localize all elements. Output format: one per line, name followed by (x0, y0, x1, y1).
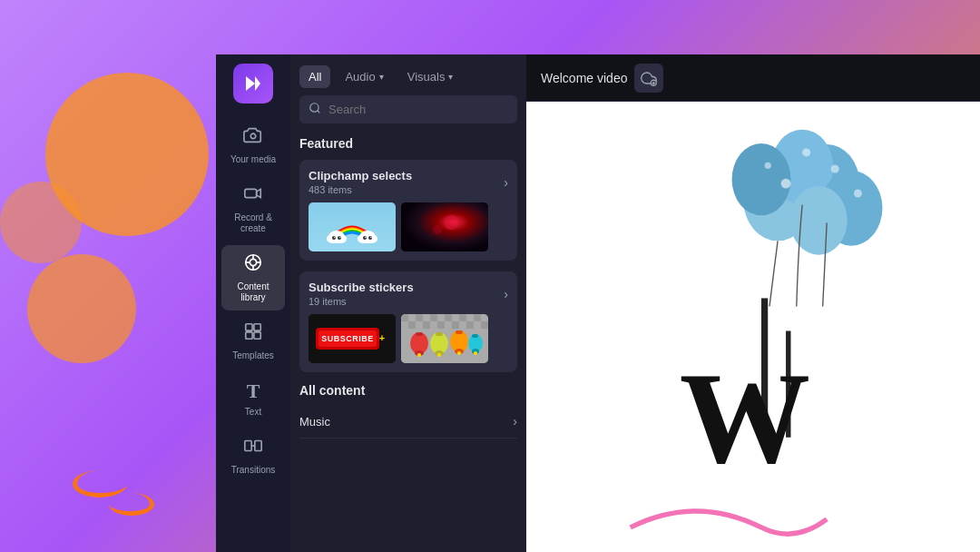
bg-squiggle-2 (109, 493, 154, 516)
svg-rect-59 (456, 330, 463, 334)
svg-rect-55 (436, 332, 443, 336)
all-content-title: All content (299, 383, 517, 398)
templates-icon (243, 321, 263, 347)
project-name: Welcome video (541, 71, 627, 85)
svg-rect-41 (445, 314, 452, 321)
sidebar-item-record-create[interactable]: Record &create (221, 176, 285, 242)
sidebar-item-record-create-label: Record &create (234, 212, 272, 234)
preview-toolbar: Welcome video (526, 54, 980, 102)
cloud-save-button[interactable] (634, 64, 663, 93)
bg-decoration-3 (0, 182, 82, 263)
svg-point-0 (250, 133, 256, 139)
filter-audio-label: Audio (345, 70, 375, 84)
clipchamp-selects-name: Clipchamp selects (309, 169, 412, 182)
featured-section-title: Featured (299, 136, 517, 151)
clipchamp-selects-chevron-icon: › (504, 175, 508, 190)
subscribe-stickers-info: Subscribe stickers 19 items (309, 281, 414, 307)
svg-point-21 (332, 236, 336, 240)
audio-chevron-icon: ▾ (379, 72, 384, 82)
svg-rect-51 (416, 332, 423, 336)
bg-decoration-2 (27, 254, 136, 363)
svg-point-71 (732, 143, 791, 215)
music-row[interactable]: Music › (299, 405, 517, 439)
svg-point-14 (310, 104, 318, 112)
svg-rect-39 (416, 314, 423, 321)
svg-point-3 (250, 259, 256, 265)
clipchamp-selects-card[interactable]: Clipchamp selects 483 items › (299, 160, 517, 261)
thumb-subscribe-badge: SUBSCRIBE + (309, 314, 396, 363)
preview-image: W (526, 102, 980, 552)
filter-audio-button[interactable]: Audio ▾ (336, 65, 392, 88)
panel-scroll-content: Featured Clipchamp selects 483 items › (290, 133, 526, 552)
svg-rect-48 (466, 321, 474, 329)
thumb-bells (401, 314, 488, 363)
preview-area: Welcome video (526, 54, 980, 552)
subscribe-stickers-header: Subscribe stickers 19 items › (309, 281, 508, 307)
svg-rect-45 (423, 321, 430, 329)
svg-rect-29 (401, 202, 488, 251)
app-container: Your media Record &create (216, 54, 980, 552)
svg-rect-43 (474, 314, 481, 321)
subscribe-stickers-count: 19 items (309, 296, 414, 307)
sidebar-item-text-label: Text (245, 407, 261, 418)
filter-visuals-label: Visuals (407, 70, 446, 84)
clipchamp-selects-thumbnails (309, 202, 508, 251)
svg-point-31 (433, 225, 442, 234)
content-library-icon (243, 252, 263, 278)
thumb-rainbow-clouds (309, 202, 396, 251)
svg-rect-47 (452, 321, 459, 329)
svg-point-53 (417, 353, 421, 357)
music-label: Music (299, 415, 330, 429)
svg-rect-38 (401, 314, 408, 321)
svg-point-27 (365, 237, 366, 238)
svg-rect-9 (254, 324, 260, 330)
sidebar-item-your-media-label: Your media (230, 154, 276, 165)
svg-point-65 (474, 351, 477, 355)
thumb-nebula (401, 202, 488, 251)
svg-text:SUBSCRIBE: SUBSCRIBE (321, 334, 374, 343)
clipchamp-selects-header: Clipchamp selects 483 items › (309, 169, 508, 195)
sidebar-item-text[interactable]: T Text (221, 372, 285, 425)
subscribe-sticker-image: SUBSCRIBE + (309, 314, 396, 363)
svg-point-78 (854, 189, 862, 197)
panel-filter-bar: All Audio ▾ Visuals ▾ (290, 54, 526, 95)
subscribe-stickers-thumbnails: SUBSCRIBE + (309, 314, 508, 363)
app-logo[interactable] (233, 64, 273, 104)
text-icon: T (247, 380, 260, 403)
bg-squiggle-1 (73, 470, 127, 498)
subscribe-stickers-card[interactable]: Subscribe stickers 19 items › SUBSCRIBE (299, 271, 517, 372)
svg-point-23 (334, 237, 335, 238)
svg-rect-8 (246, 324, 252, 330)
svg-point-75 (831, 164, 839, 172)
svg-point-25 (363, 236, 367, 240)
svg-text:W: W (680, 345, 809, 490)
bells-sticker-image (401, 314, 488, 363)
svg-rect-10 (246, 332, 252, 339)
visuals-chevron-icon: ▾ (448, 72, 453, 82)
cloud-save-icon (641, 70, 657, 86)
svg-point-74 (781, 179, 791, 189)
svg-rect-12 (245, 441, 251, 451)
record-create-icon (243, 183, 263, 209)
sidebar-item-content-library[interactable]: Contentlibrary (221, 245, 285, 310)
rainbow-cloud-image (320, 204, 384, 250)
svg-point-17 (336, 234, 347, 243)
svg-point-20 (367, 234, 377, 243)
filter-visuals-button[interactable]: Visuals ▾ (398, 65, 463, 88)
svg-rect-1 (245, 189, 257, 197)
music-chevron-icon: › (513, 414, 517, 429)
sidebar-item-transitions[interactable]: Transitions (221, 429, 285, 483)
svg-rect-49 (481, 321, 488, 329)
search-bar (299, 95, 517, 123)
sidebar-item-templates-label: Templates (232, 350, 274, 361)
svg-rect-13 (255, 441, 261, 451)
sidebar-item-your-media[interactable]: Your media (221, 118, 285, 172)
svg-point-28 (370, 237, 371, 238)
svg-rect-11 (254, 332, 260, 339)
svg-point-30 (444, 215, 458, 230)
filter-all-button[interactable]: All (299, 65, 330, 88)
svg-point-57 (437, 353, 441, 357)
search-input[interactable] (328, 103, 508, 116)
your-media-icon (243, 125, 263, 151)
sidebar-item-templates[interactable]: Templates (221, 314, 285, 369)
